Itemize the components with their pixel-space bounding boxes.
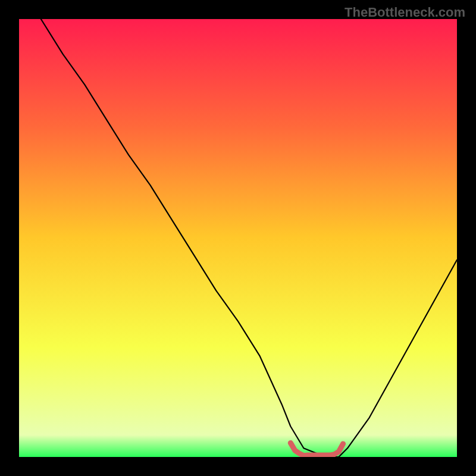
chart-svg [19, 19, 457, 457]
watermark-text: TheBottleneck.com [345, 5, 465, 20]
chart-plot-area [19, 19, 457, 457]
